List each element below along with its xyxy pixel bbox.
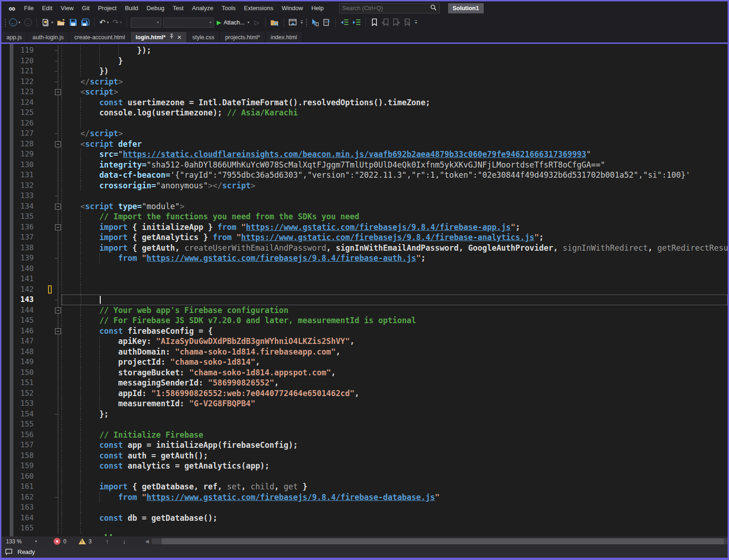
line-number[interactable]: 153 [1, 398, 38, 409]
line-number[interactable]: 124 [1, 97, 38, 108]
outlining-margin[interactable] [38, 170, 61, 181]
code-line-154[interactable]: 154}; [1, 409, 728, 420]
outlining-margin[interactable] [38, 471, 61, 482]
code-line-133[interactable]: 133 [1, 191, 728, 201]
code-line-content[interactable]: // Import the functions you need from th… [61, 211, 728, 222]
code-line-content[interactable]: import { getDatabase, ref, set, child, g… [61, 482, 728, 492]
code-line-159[interactable]: 159const analytics = getAnalytics(app); [1, 461, 728, 471]
line-number[interactable]: 164 [1, 513, 38, 524]
warning-count-badge[interactable]: 3 [79, 538, 92, 545]
outlining-margin[interactable] [38, 419, 61, 430]
feedback-icon[interactable] [5, 548, 13, 555]
new-file-button[interactable]: ✱ ▾ [41, 17, 54, 28]
scroll-left-button[interactable]: ◀ [145, 539, 149, 544]
code-line-141[interactable]: 141 [1, 274, 728, 284]
code-line-content[interactable]: apiKey: "AIzaSyDuGwDXdPBbZdB3gnWYhniO4LK… [61, 336, 728, 347]
code-line-129[interactable]: 129src="https://static.cloudflareinsight… [1, 149, 728, 160]
line-number[interactable]: 142 [1, 284, 38, 295]
code-line-147[interactable]: 147apiKey: "AIzaSyDuGwDXdPBbZdB3gnWYhniO… [1, 336, 728, 347]
menu-item-file[interactable]: File [20, 1, 38, 15]
code-line-163[interactable]: 163 [1, 502, 728, 513]
code-line-content[interactable]: import { getAuth, createUserWithEmailAnd… [61, 243, 728, 253]
line-number[interactable]: 161 [1, 482, 38, 492]
code-line-content[interactable]: <script type="module"> [61, 201, 728, 212]
outlining-margin[interactable] [38, 253, 61, 264]
code-line-content[interactable] [61, 471, 728, 482]
code-line-content[interactable]: crossorigin="anonymous"></script> [61, 181, 728, 191]
outlining-margin[interactable] [38, 461, 61, 471]
line-number[interactable]: 148 [1, 347, 38, 357]
code-line-content[interactable] [61, 274, 728, 284]
outlining-margin[interactable]: − [38, 201, 61, 212]
collapse-toggle-icon[interactable]: − [55, 141, 61, 147]
line-number[interactable]: 119 [1, 45, 38, 56]
line-number[interactable]: 127 [1, 128, 38, 139]
line-number[interactable]: 163 [1, 502, 38, 513]
outlining-margin[interactable] [38, 492, 61, 503]
tab-app.js[interactable]: app.js [1, 32, 27, 42]
outlining-margin[interactable] [38, 56, 61, 66]
code-line-158[interactable]: 158const auth = getAuth(); [1, 451, 728, 461]
code-line-121[interactable]: 121}) [1, 66, 728, 77]
next-bookmark-button[interactable] [392, 17, 401, 28]
close-icon[interactable]: ✕ [177, 34, 182, 41]
navigate-forward-button[interactable]: → [23, 17, 33, 28]
code-line-content[interactable] [61, 523, 728, 534]
tab-create-account.html[interactable]: create-account.html [69, 32, 131, 42]
outlining-margin[interactable] [38, 367, 61, 378]
outlining-margin[interactable]: − [38, 305, 61, 316]
code-line-144[interactable]: 144−// Your web app's Firebase configura… [1, 305, 728, 316]
collapse-toggle-icon[interactable]: − [55, 204, 61, 210]
menu-item-project[interactable]: Project [94, 1, 121, 15]
line-number[interactable]: 131 [1, 170, 38, 181]
line-number[interactable]: 144 [1, 305, 38, 316]
line-number[interactable]: 143 [1, 295, 38, 305]
outlining-margin[interactable] [38, 398, 61, 409]
code-line-content[interactable]: }); [61, 45, 728, 56]
code-line-content[interactable]: </script> [61, 77, 728, 87]
outlining-margin[interactable] [38, 66, 61, 77]
collapse-toggle-icon[interactable]: − [55, 224, 61, 230]
line-number[interactable]: 155 [1, 419, 38, 430]
toolbar-grip[interactable] [4, 18, 6, 27]
line-number[interactable]: 122 [1, 77, 38, 87]
code-line-content[interactable]: const auth = getAuth(); [61, 451, 728, 461]
code-line-content[interactable]: // Initialize Firebase [61, 430, 728, 440]
start-without-debugging-button[interactable]: ▷ [252, 17, 261, 28]
tab-style.css[interactable]: style.css [187, 32, 220, 42]
previous-bookmark-button[interactable] [381, 17, 390, 28]
line-number[interactable]: 120 [1, 56, 38, 66]
zoom-level-dropdown[interactable]: 133 % ▾ [1, 536, 42, 546]
outlining-margin[interactable] [38, 295, 61, 305]
code-line-138[interactable]: 138import { getAuth, createUserWithEmail… [1, 243, 728, 253]
outlining-margin[interactable] [38, 211, 61, 222]
line-number[interactable]: 136 [1, 222, 38, 233]
line-number[interactable]: 133 [1, 191, 38, 201]
outlining-margin[interactable] [38, 482, 61, 492]
code-line-164[interactable]: 164const db = getDatabase(); [1, 513, 728, 524]
line-number[interactable]: 128 [1, 139, 38, 150]
code-line-content[interactable]: from "https://www.gstatic.com/firebasejs… [61, 492, 728, 503]
outlining-margin[interactable] [38, 315, 61, 326]
menu-item-extensions[interactable]: Extensions [240, 1, 278, 15]
outlining-margin[interactable] [38, 149, 61, 160]
tab-auth-login.js[interactable]: auth-login.js [27, 32, 69, 42]
line-number[interactable]: 162 [1, 492, 38, 503]
line-number[interactable]: 130 [1, 160, 38, 170]
code-line-content[interactable]: appId: "1:586990826552:web:7e0440772464e… [61, 388, 728, 399]
outlining-margin[interactable] [38, 284, 61, 295]
line-number[interactable]: 140 [1, 264, 38, 274]
code-line-124[interactable]: 124const usertimezone = Intl.DateTimeFor… [1, 97, 728, 108]
line-number[interactable]: 137 [1, 232, 38, 243]
code-line-content[interactable]: integrity="sha512-0ahDYl866UMhKuYcW078Sc… [61, 160, 728, 170]
menu-item-edit[interactable]: Edit [38, 1, 56, 15]
collapse-toggle-icon[interactable]: − [55, 89, 61, 95]
code-line-139[interactable]: 139from "https://www.gstatic.com/firebas… [1, 253, 728, 264]
code-line-131[interactable]: 131data-cf-beacon='{"rayId":"7955dbc36a5… [1, 170, 728, 181]
code-line-content[interactable]: import { initializeApp } from "https://w… [61, 222, 728, 233]
outlining-margin[interactable] [38, 388, 61, 399]
code-line-119[interactable]: 119}); [1, 45, 728, 56]
code-line-content[interactable]: console.log(usertimezone); // Asia/Karac… [61, 108, 728, 118]
horizontal-scrollbar-thumb[interactable] [162, 538, 724, 544]
outlining-margin[interactable] [38, 118, 61, 129]
